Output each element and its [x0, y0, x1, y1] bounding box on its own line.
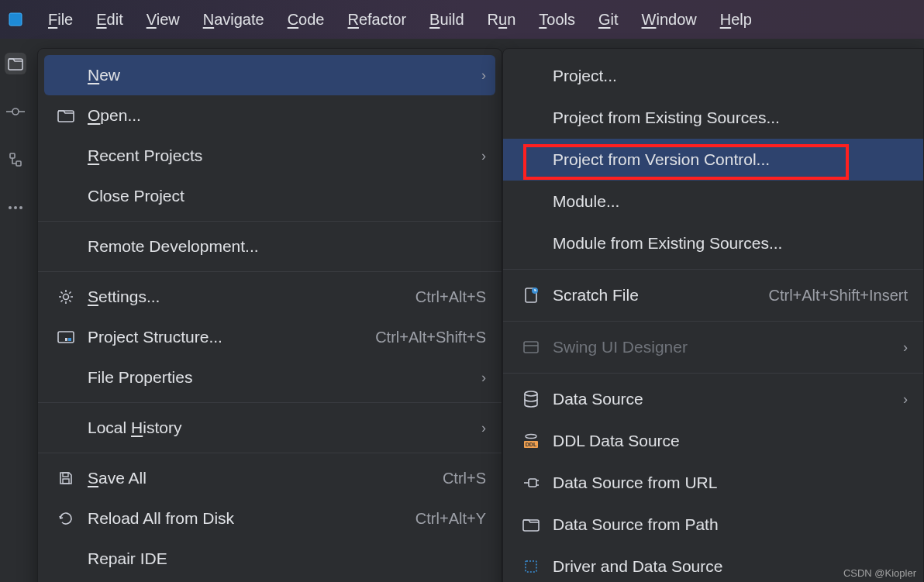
folder-icon: [522, 518, 540, 532]
submenu-item-project-vcs[interactable]: Project from Version Control...: [503, 139, 923, 181]
menu-item-local-history[interactable]: Local History ›: [38, 408, 502, 448]
separator: [38, 453, 502, 453]
file-menu-dropdown: New › Open... Recent Projects › Close Pr…: [37, 48, 502, 582]
sidebar-commit-icon[interactable]: [5, 101, 26, 122]
save-icon: [57, 470, 75, 486]
new-submenu: Project... Project from Existing Sources…: [502, 48, 924, 582]
menu-item-reload-all[interactable]: Reload All from Disk Ctrl+Alt+Y: [38, 498, 502, 539]
svg-rect-26: [529, 479, 536, 487]
chevron-right-icon: ›: [903, 391, 908, 408]
separator: [38, 402, 502, 403]
menu-build[interactable]: Build: [419, 5, 474, 35]
separator: [503, 373, 923, 374]
svg-point-25: [526, 435, 536, 439]
shortcut-label: Ctrl+S: [443, 470, 486, 487]
svg-point-10: [19, 206, 22, 209]
menu-view[interactable]: View: [136, 5, 191, 35]
menu-refactor[interactable]: Refactor: [336, 5, 417, 35]
sidebar: [0, 39, 31, 582]
plug-icon: [522, 476, 540, 490]
shortcut-label: Ctrl+Alt+S: [415, 288, 486, 306]
submenu-item-ddl-data-source[interactable]: DDL DDL Data Source: [503, 420, 923, 462]
menu-code[interactable]: Code: [277, 5, 336, 35]
sidebar-structure-icon[interactable]: [5, 149, 26, 170]
sidebar-more-icon[interactable]: [5, 197, 26, 219]
menu-help[interactable]: Help: [709, 5, 763, 35]
svg-point-8: [9, 206, 12, 209]
menu-tools[interactable]: Tools: [528, 5, 586, 35]
chevron-right-icon: ›: [903, 339, 908, 356]
svg-point-9: [14, 206, 17, 209]
svg-rect-0: [9, 13, 22, 26]
svg-rect-11: [58, 111, 74, 122]
menu-navigate[interactable]: Navigate: [192, 5, 275, 35]
menu-window[interactable]: Window: [631, 5, 708, 35]
sidebar-project-icon[interactable]: [5, 53, 26, 74]
menu-item-remote-development[interactable]: Remote Development...: [38, 226, 502, 267]
submenu-item-project[interactable]: Project...: [503, 55, 923, 97]
svg-rect-31: [526, 561, 536, 572]
ddl-icon: DDL: [522, 433, 540, 449]
submenu-item-data-source-path[interactable]: Data Source from Path: [503, 504, 923, 546]
shortcut-label: Ctrl+Alt+Shift+S: [375, 329, 486, 346]
svg-rect-15: [65, 338, 67, 341]
app-icon: [6, 10, 25, 29]
watermark: CSDN @Kiopler: [843, 567, 916, 579]
chevron-right-icon: ›: [481, 148, 486, 164]
menu-item-new[interactable]: New ›: [44, 55, 495, 95]
svg-point-12: [64, 294, 69, 300]
separator: [38, 271, 502, 272]
structure-icon: [57, 330, 75, 344]
svg-rect-14: [68, 338, 71, 341]
svg-rect-30: [523, 520, 539, 531]
chevron-right-icon: ›: [481, 67, 486, 84]
menu-run[interactable]: Run: [477, 5, 527, 35]
submenu-item-data-source[interactable]: Data Source ›: [503, 378, 923, 420]
svg-rect-17: [63, 479, 69, 484]
menu-item-recent-projects[interactable]: Recent Projects ›: [38, 136, 502, 176]
menu-item-repair-ide[interactable]: Repair IDE: [38, 539, 502, 579]
svg-text:DDL: DDL: [526, 442, 537, 447]
menu-item-settings[interactable]: Settings... Ctrl+Alt+S: [38, 277, 502, 317]
shortcut-label: Ctrl+Alt+Shift+Insert: [768, 287, 908, 305]
svg-rect-20: [524, 342, 538, 353]
database-icon: [522, 391, 540, 408]
gear-icon: [57, 288, 75, 305]
menu-git[interactable]: Git: [588, 5, 629, 35]
svg-point-22: [525, 391, 537, 396]
shortcut-label: Ctrl+Alt+Y: [415, 510, 486, 528]
submenu-item-module[interactable]: Module...: [503, 181, 923, 222]
window-icon: [522, 340, 540, 354]
separator: [503, 321, 923, 322]
scratch-icon: [522, 287, 540, 304]
menubar: File Edit View Navigate Code Refactor Bu…: [0, 0, 924, 39]
menu-item-file-properties[interactable]: File Properties ›: [38, 357, 502, 398]
menu-file[interactable]: File: [37, 5, 84, 35]
svg-point-3: [12, 108, 19, 115]
separator: [38, 221, 502, 222]
submenu-item-data-source-url[interactable]: Data Source from URL: [503, 462, 923, 504]
reload-icon: [57, 510, 75, 527]
chevron-right-icon: ›: [481, 420, 486, 436]
driver-icon: [522, 559, 540, 574]
svg-rect-7: [16, 161, 21, 166]
submenu-item-module-existing[interactable]: Module from Existing Sources...: [503, 222, 923, 264]
folder-icon: [57, 108, 75, 122]
separator: [503, 269, 923, 270]
menu-edit[interactable]: Edit: [85, 5, 133, 35]
svg-rect-6: [10, 153, 15, 158]
chevron-right-icon: ›: [481, 370, 486, 386]
submenu-item-swing-designer[interactable]: Swing UI Designer ›: [503, 326, 923, 368]
menu-item-save-all[interactable]: Save All Ctrl+S: [38, 458, 502, 498]
menu-item-project-structure[interactable]: Project Structure... Ctrl+Alt+Shift+S: [38, 317, 502, 357]
menu-item-open[interactable]: Open...: [38, 95, 502, 136]
submenu-item-project-existing[interactable]: Project from Existing Sources...: [503, 97, 923, 139]
submenu-item-scratch-file[interactable]: Scratch File Ctrl+Alt+Shift+Insert: [503, 274, 923, 316]
svg-rect-2: [9, 59, 22, 70]
menu-item-invalidate-caches[interactable]: Invalidate Caches...: [38, 579, 502, 582]
menu-item-close-project[interactable]: Close Project: [38, 176, 502, 216]
